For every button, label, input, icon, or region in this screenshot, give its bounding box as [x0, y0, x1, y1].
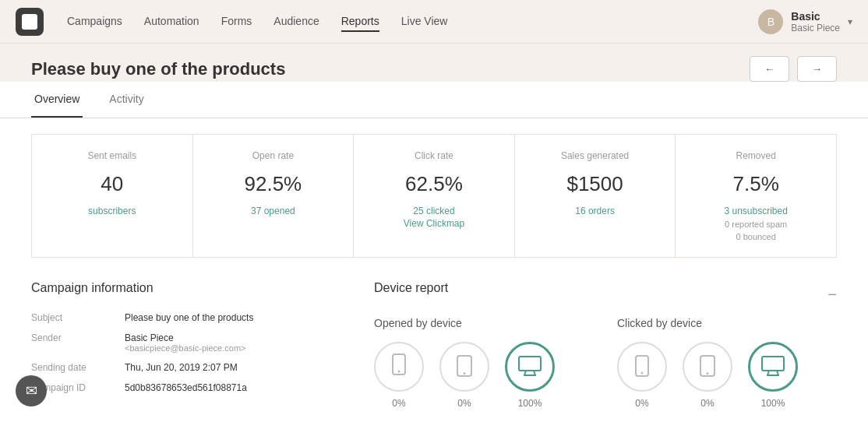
username: Basic [791, 10, 840, 23]
clicked-desktop: 100% [748, 342, 798, 409]
next-button[interactable]: → [797, 56, 837, 82]
opened-mobile-pct: 0% [374, 398, 424, 409]
opened-mobile: 0% [374, 342, 424, 409]
info-label-subject: Subject [31, 312, 125, 323]
stat-open-rate: Open rate 92.5% 37 opened [192, 134, 354, 258]
clicked-mobile-icon [633, 355, 651, 379]
user-subtitle: Basic Piece [791, 23, 840, 33]
stat-sent-value: 40 [51, 172, 174, 196]
opened-desktop-pct: 100% [505, 398, 555, 409]
user-info: Basic Basic Piece [791, 10, 840, 33]
topnav: Campaigns Automation Forms Audience Repo… [0, 0, 868, 44]
clicked-mobile-circle [617, 342, 667, 392]
clicked-tablet: 0% [683, 342, 732, 409]
stat-removed-label: Removed [694, 150, 817, 161]
header-actions: ← → [750, 56, 837, 82]
stat-sales-link[interactable]: 16 orders [575, 206, 615, 216]
stat-open-label: Open rate [212, 150, 335, 161]
campaign-info-title: Campaign information [31, 281, 343, 295]
tab-activity[interactable]: Activity [106, 82, 146, 118]
svg-point-1 [398, 371, 400, 373]
opened-desktop-circle [505, 342, 555, 392]
stat-removed-value: 7.5% [694, 172, 817, 196]
stat-open-link[interactable]: 37 opened [251, 206, 295, 216]
campaign-info-table: Subject Please buy one of the products S… [31, 308, 343, 398]
device-report-collapse[interactable]: − [827, 286, 837, 304]
stat-sales-value: $1500 [534, 172, 657, 196]
stat-open-value: 92.5% [212, 172, 335, 196]
nav-links: Campaigns Automation Forms Audience Repo… [67, 12, 758, 32]
page-title: Please buy one of the products [31, 59, 285, 79]
clicked-device-icons: 0% 0% [617, 342, 837, 409]
sub-header: Please buy one of the products ← → [0, 44, 868, 82]
info-value-sending-date: Thu, Jun 20, 2019 2:07 PM [125, 362, 238, 373]
clicked-desktop-pct: 100% [748, 398, 798, 409]
lower-section: Campaign information Subject Please buy … [0, 273, 868, 422]
device-sections: Opened by device [374, 317, 837, 415]
nav-audience[interactable]: Audience [273, 12, 319, 32]
page-content: Please buy one of the products ← → Overv… [0, 44, 868, 422]
nav-reports[interactable]: Reports [341, 12, 379, 32]
nav-forms[interactable]: Forms [221, 12, 252, 32]
clicked-desktop-circle [748, 342, 798, 392]
nav-automation[interactable]: Automation [144, 12, 199, 32]
opened-mobile-circle [374, 342, 424, 392]
stat-click-rate: Click rate 62.5% 25 clicked View Clickma… [353, 134, 514, 258]
info-value-campaign-id: 5d0b83678653ed561f08871a [125, 382, 247, 393]
tablet-icon [456, 355, 473, 379]
stat-click-label: Click rate [372, 150, 496, 161]
user-menu-chevron[interactable]: ▾ [848, 16, 852, 27]
stat-sales: Sales generated $1500 16 orders [514, 134, 676, 258]
logo[interactable] [16, 8, 44, 36]
svg-rect-12 [762, 357, 784, 371]
stat-sent-emails: Sent emails 40 subscribers [31, 134, 192, 258]
nav-liveview[interactable]: Live View [401, 12, 448, 32]
info-label-sending-date: Sending date [31, 362, 125, 373]
stat-removed-sub1: 0 reported spam [694, 220, 817, 229]
info-value-sender-email: <basicpiece@basic-piece.com> [125, 343, 245, 353]
avatar: B [758, 9, 783, 34]
campaign-info-panel: Campaign information Subject Please buy … [31, 281, 343, 415]
stat-sent-link[interactable]: subscribers [88, 206, 136, 216]
stat-removed-sub2: 0 bounced [694, 232, 817, 241]
stat-click-link[interactable]: 25 clicked [413, 206, 454, 216]
nav-campaigns[interactable]: Campaigns [67, 12, 122, 32]
device-report-header: Device report − [374, 281, 837, 308]
svg-rect-4 [519, 357, 541, 371]
prev-button[interactable]: ← [750, 56, 789, 82]
opened-desktop: 100% [505, 342, 555, 409]
stat-sent-label: Sent emails [51, 150, 174, 161]
clicked-tablet-icon [699, 355, 716, 379]
mobile-icon [390, 353, 408, 380]
info-value-sender: Basic Piece [125, 332, 245, 343]
desktop-icon [518, 356, 542, 378]
stat-removed-link[interactable]: 3 unsubscribed [724, 206, 787, 216]
opened-device-icons: 0% 0% [374, 342, 594, 409]
clicked-mobile-pct: 0% [617, 398, 667, 409]
clicked-tablet-pct: 0% [683, 398, 732, 409]
stat-removed: Removed 7.5% 3 unsubscribed 0 reported s… [675, 134, 837, 258]
opened-tablet-pct: 0% [439, 398, 489, 409]
info-value-subject: Please buy one of the products [125, 312, 253, 323]
device-report-title: Device report [374, 281, 448, 295]
device-report-panel: Device report − Opened by device [374, 281, 837, 415]
tab-overview[interactable]: Overview [31, 82, 83, 118]
clicked-tablet-circle [683, 342, 732, 392]
clicked-title: Clicked by device [617, 317, 837, 329]
tabs-bar: Overview Activity [0, 82, 868, 118]
chat-button[interactable]: ✉ [16, 375, 47, 406]
chat-icon: ✉ [26, 382, 37, 399]
stat-click-link2[interactable]: View Clickmap [404, 218, 464, 229]
stat-click-value: 62.5% [372, 172, 496, 196]
info-row-sending-date: Sending date Thu, Jun 20, 2019 2:07 PM [31, 357, 343, 378]
svg-point-9 [641, 371, 644, 374]
info-row-subject: Subject Please buy one of the products [31, 308, 343, 328]
stat-sales-label: Sales generated [534, 150, 657, 161]
svg-point-11 [707, 372, 709, 375]
info-label-sender: Sender [31, 332, 125, 353]
stats-row: Sent emails 40 subscribers Open rate 92.… [0, 118, 868, 273]
svg-point-3 [464, 372, 466, 375]
info-row-campaign-id: Campaign ID 5d0b83678653ed561f08871a [31, 378, 343, 398]
info-row-sender: Sender Basic Piece <basicpiece@basic-pie… [31, 328, 343, 357]
user-area: B Basic Basic Piece ▾ [758, 9, 852, 34]
